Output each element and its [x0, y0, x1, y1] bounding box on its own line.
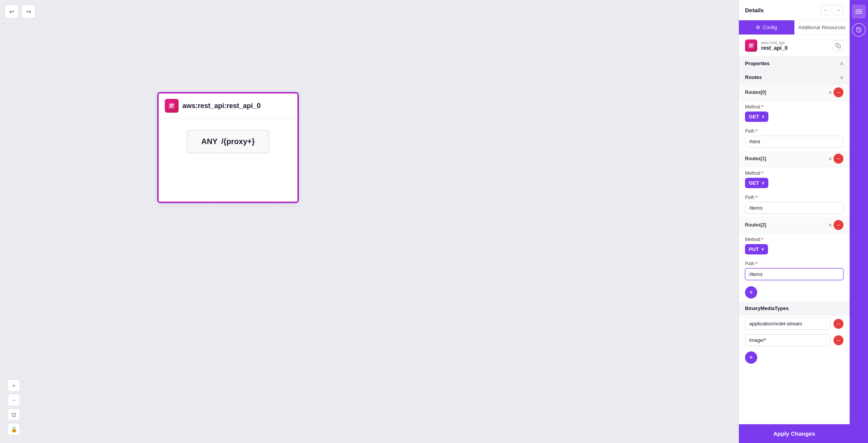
routes-1-method-required: * — [761, 170, 763, 176]
node-body: ANY /{proxy+} — [159, 118, 297, 165]
routes-2-delete-button[interactable]: − — [834, 220, 843, 230]
properties-label: Properties — [745, 61, 770, 66]
routes-0-actions: ∧ − — [829, 87, 843, 97]
svg-rect-5 — [855, 13, 862, 14]
routes-2-actions: ∧ − — [829, 220, 843, 230]
routes-2-path-field: Path * — [739, 258, 850, 283]
binary-media-types-header: BinaryMediaTypes — [739, 302, 850, 315]
routes-0-method-value: GET — [749, 114, 759, 120]
config-tab-icon: ⚙ — [756, 25, 760, 30]
sidebar-menu-icon[interactable] — [852, 5, 866, 18]
panel-nav-buttons: ← → — [820, 5, 843, 15]
zoom-in-button[interactable]: + — [8, 379, 20, 392]
routes-1-header[interactable]: Routes[1] ∧ − — [739, 151, 850, 167]
apply-changes-button[interactable]: Apply Changes — [739, 424, 850, 443]
binary-media-types-label: BinaryMediaTypes — [745, 305, 789, 311]
binary-media-type-0-delete-button[interactable]: − — [834, 319, 843, 329]
routes-1-chevron-icon: ∧ — [829, 156, 832, 161]
node-header: aws:rest_api:rest_api_0 — [159, 94, 297, 118]
routes-0-method-label: Method * — [745, 104, 843, 110]
node-route-box: ANY /{proxy+} — [187, 130, 269, 153]
routes-0-method-chevron-icon: ∨ — [761, 114, 765, 119]
routes-2-method-value: PUT — [749, 246, 759, 252]
routes-section-header[interactable]: Routes ∧ — [739, 71, 850, 84]
routes-1-label: Routes[1] — [745, 156, 766, 161]
routes-2-header[interactable]: Routes[2] ∧ − — [739, 217, 850, 233]
routes-1-method-field: Method * GET ∨ — [739, 167, 850, 191]
lock-button[interactable]: 🔒 — [8, 423, 20, 435]
add-route-button[interactable]: + — [745, 286, 757, 299]
svg-rect-3 — [855, 10, 862, 10]
routes-0-path-input[interactable] — [745, 136, 843, 148]
routes-1-path-label: Path * — [745, 194, 843, 200]
resource-type: aws:rest_api — [761, 40, 829, 45]
routes-1-method-label: Method * — [745, 170, 843, 176]
canvas-area: ↩ ↪ aws:rest_api:rest_api_0 ANY /{proxy+… — [0, 0, 738, 443]
panel-content: Properties ∧ Routes ∧ Routes[0] ∧ − Meth… — [739, 57, 850, 443]
routes-2-path-input[interactable] — [745, 268, 843, 280]
route-method: ANY — [201, 137, 217, 146]
routes-0-header[interactable]: Routes[0] ∧ − — [739, 84, 850, 101]
binary-media-type-0-input[interactable] — [745, 318, 830, 330]
route-path: /{proxy+} — [221, 137, 254, 146]
add-binary-media-type-button[interactable]: + — [745, 351, 757, 364]
routes-2-method-dropdown[interactable]: PUT ∨ — [745, 244, 768, 254]
panel-back-button[interactable]: ← — [820, 5, 831, 15]
routes-chevron-icon: ∧ — [840, 75, 843, 80]
routes-0-method-field: Method * GET ∨ — [739, 101, 850, 125]
tab-additional-resources[interactable]: Additional Resources — [794, 20, 850, 34]
panel-title: Details — [745, 7, 764, 13]
routes-2-path-required: * — [756, 261, 758, 267]
config-tab-label: Config — [763, 25, 777, 30]
properties-section-header[interactable]: Properties ∧ — [739, 57, 850, 71]
routes-0-chevron-icon: ∧ — [829, 90, 832, 95]
resource-header: aws:rest_api rest_api_0 — [739, 35, 850, 57]
node-card[interactable]: aws:rest_api:rest_api_0 ANY /{proxy+} — [157, 92, 299, 203]
routes-2-method-label: Method * — [745, 236, 843, 243]
routes-1-method-chevron-icon: ∨ — [761, 180, 765, 185]
routes-2-chevron-icon: ∧ — [829, 222, 832, 228]
svg-rect-4 — [855, 11, 862, 12]
redo-button[interactable]: ↪ — [21, 5, 35, 18]
routes-0-method-dropdown[interactable]: GET ∨ — [745, 112, 768, 122]
properties-chevron-icon: ∧ — [840, 61, 843, 66]
routes-1-path-input[interactable] — [745, 202, 843, 214]
routes-2-method-chevron-icon: ∨ — [761, 247, 764, 252]
svg-rect-2 — [837, 45, 840, 48]
canvas-controls: + − ⊡ 🔒 — [8, 379, 20, 435]
routes-0-label: Routes[0] — [745, 90, 766, 95]
routes-1-actions: ∧ − — [829, 154, 843, 164]
routes-0-path-required: * — [756, 128, 758, 134]
node-title: aws:rest_api:rest_api_0 — [182, 102, 261, 110]
routes-2-path-label: Path * — [745, 261, 843, 267]
routes-1-method-dropdown[interactable]: GET ∨ — [745, 178, 768, 188]
routes-2-method-field: Method * PUT ∨ — [739, 233, 850, 258]
resource-copy-button[interactable] — [833, 40, 843, 51]
routes-1-path-required: * — [756, 194, 758, 200]
zoom-out-button[interactable]: − — [8, 394, 20, 406]
binary-media-type-1-input[interactable] — [745, 334, 830, 346]
node-icon — [165, 99, 179, 113]
right-panel: Details ← → ⚙ Config Additional Resource… — [738, 0, 850, 443]
tab-config[interactable]: ⚙ Config — [739, 20, 794, 34]
routes-0-method-required: * — [761, 104, 763, 110]
binary-media-type-1: − — [739, 332, 850, 348]
routes-1-method-value: GET — [749, 180, 759, 186]
binary-media-type-0: − — [739, 315, 850, 332]
routes-2-method-required: * — [761, 236, 763, 243]
history-button[interactable] — [852, 23, 866, 37]
undo-button[interactable]: ↩ — [5, 5, 18, 18]
routes-0-delete-button[interactable]: − — [834, 87, 843, 97]
routes-1-delete-button[interactable]: − — [834, 154, 843, 164]
panel-forward-button[interactable]: → — [833, 5, 843, 15]
panel-tabs: ⚙ Config Additional Resources — [739, 20, 850, 35]
resource-name: rest_api_0 — [761, 45, 829, 51]
right-edge-bar — [850, 0, 868, 443]
routes-1-path-field: Path * — [739, 191, 850, 217]
binary-media-type-1-delete-button[interactable]: − — [834, 335, 843, 345]
resource-icon — [745, 39, 757, 52]
fit-button[interactable]: ⊡ — [8, 409, 20, 421]
resource-info: aws:rest_api rest_api_0 — [761, 40, 829, 51]
additional-resources-tab-label: Additional Resources — [798, 25, 845, 30]
routes-0-path-field: Path * — [739, 125, 850, 151]
